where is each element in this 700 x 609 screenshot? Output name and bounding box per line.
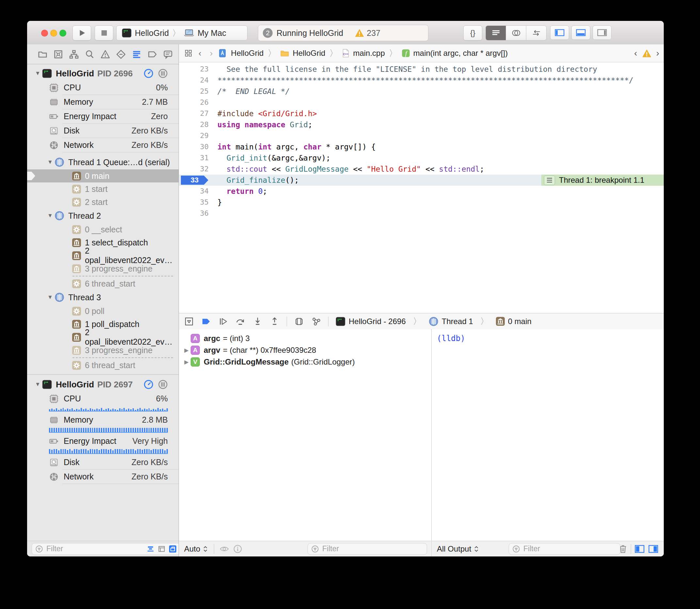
stat-row-energy-impact[interactable]: Energy ImpactZero <box>27 109 178 123</box>
zoom-button[interactable] <box>59 30 66 37</box>
step-over-button[interactable] <box>235 317 245 326</box>
stack-frame-row[interactable]: 2 opal_libevent2022_ev… <box>27 331 178 344</box>
line-number[interactable]: 23 <box>179 64 212 75</box>
disclosure-triangle-icon[interactable]: ▼ <box>47 294 54 300</box>
previous-issue-button[interactable]: ‹ <box>634 48 637 58</box>
line-number[interactable]: 28 <box>179 119 212 130</box>
stat-row-cpu[interactable]: CPU0% <box>27 81 178 94</box>
stack-frame-row[interactable]: 0 main <box>27 169 178 182</box>
navigator-tab-project-icon[interactable] <box>37 49 48 59</box>
disclosure-triangle-icon[interactable]: ▼ <box>35 381 42 388</box>
debug-breadcrumb-thread[interactable]: Thread 1 <box>429 317 473 326</box>
code-line-23[interactable]: 23 See the full license in the file "LIC… <box>179 64 664 75</box>
process-row[interactable]: ▼HelloGridPID 2697 <box>27 377 178 392</box>
disclosure-triangle-icon[interactable]: ▶ <box>182 347 191 354</box>
close-button[interactable] <box>41 30 48 37</box>
navigator-tab-tests-icon[interactable] <box>116 49 126 59</box>
view-mode-selected-icon[interactable] <box>169 545 177 553</box>
line-number[interactable]: 26 <box>179 97 212 108</box>
line-number[interactable]: 29 <box>179 130 212 141</box>
stat-row-memory[interactable]: Memory2.7 MB <box>27 95 178 109</box>
stack-frame-row[interactable]: 6 thread_start <box>27 359 178 372</box>
disclosure-triangle-icon[interactable]: ▼ <box>47 159 54 166</box>
breakpoint-annotation[interactable]: Thread 1: breakpoint 1.1 <box>541 175 664 186</box>
stat-row-energy-impact[interactable]: Energy ImpactVery High <box>27 434 178 448</box>
process-row[interactable]: ▼HelloGridPID 2696 <box>27 66 178 81</box>
columns-icon[interactable] <box>158 380 168 389</box>
inspector-panel-toggle[interactable] <box>593 25 612 40</box>
toggle-variables-view-button[interactable] <box>634 544 645 554</box>
stack-frame-row[interactable]: 2 start <box>27 195 178 209</box>
forward-button[interactable]: › <box>207 48 216 58</box>
columns-icon[interactable] <box>158 69 168 78</box>
navigator-tab-search-icon[interactable] <box>85 49 95 59</box>
thread-row[interactable]: ▼Thread 1 Queue:…d (serial) <box>27 155 178 169</box>
thread-row[interactable]: ▼Thread 3 <box>27 290 178 304</box>
disclosure-triangle-icon[interactable]: ▼ <box>47 212 54 219</box>
navigator-tab-breakpoints-icon[interactable] <box>147 49 157 59</box>
line-number[interactable]: 25 <box>179 86 212 97</box>
navigator-tab-symbols-icon[interactable] <box>69 49 79 59</box>
breakpoints-toggle-button[interactable] <box>201 317 211 326</box>
disclosure-triangle-icon[interactable]: ▶ <box>182 359 191 366</box>
code-line-25[interactable]: 25/* END LEGAL */ <box>179 86 664 97</box>
code-line-31[interactable]: 31 Grid_init(&argc,&argv); <box>179 152 664 163</box>
assistant-editor-button[interactable] <box>506 26 526 40</box>
code-line-27[interactable]: 27#include <Grid/Grid.h> <box>179 108 664 119</box>
standard-editor-button[interactable] <box>486 26 506 40</box>
stop-button[interactable] <box>95 25 113 40</box>
variable-row[interactable]: Aargc= (int) 3 <box>179 333 431 344</box>
code-line-29[interactable]: 29 <box>179 130 664 141</box>
gauge-icon[interactable] <box>144 69 153 78</box>
console-view[interactable]: (lldb) <box>431 329 664 541</box>
variables-filter-input[interactable] <box>322 544 424 554</box>
debug-breadcrumb-frame[interactable]: 0 main <box>496 317 531 326</box>
navigator-tab-issues-icon[interactable] <box>100 49 110 59</box>
stat-row-disk[interactable]: DiskZero KB/s <box>27 455 178 469</box>
gauge-icon[interactable] <box>144 380 153 389</box>
code-line-34[interactable]: 34 return 0; <box>179 186 664 197</box>
code-line-35[interactable]: 35} <box>179 197 664 208</box>
jump-file[interactable]: main.cpp <box>353 49 385 58</box>
line-number[interactable]: 34 <box>179 186 212 197</box>
stat-row-disk[interactable]: DiskZero KB/s <box>27 124 178 138</box>
related-items-icon[interactable] <box>184 49 193 57</box>
stat-row-network[interactable]: NetworkZero KB/s <box>27 470 178 484</box>
back-button[interactable]: ‹ <box>196 48 204 58</box>
thread-row[interactable]: ▼Thread 2 <box>27 209 178 223</box>
variables-filter-field[interactable] <box>308 543 427 555</box>
stack-frame-row[interactable]: 3 progress_engine <box>27 262 178 275</box>
line-number[interactable]: 27 <box>179 108 212 119</box>
code-line-36[interactable]: 36 <box>179 208 664 219</box>
jump-symbol[interactable]: main(int argc, char * argv[]) <box>413 49 508 58</box>
view-hierarchy-button[interactable] <box>294 317 304 326</box>
step-into-button[interactable] <box>253 317 262 326</box>
breakpoint-marker[interactable]: 33 <box>181 176 208 185</box>
sidebar-divider[interactable] <box>178 45 179 556</box>
stat-row-memory[interactable]: Memory2.8 MB <box>27 413 178 427</box>
navigator-panel-toggle[interactable] <box>550 25 569 40</box>
code-snippets-button[interactable]: {} <box>463 25 482 40</box>
memory-graph-button[interactable] <box>311 317 321 326</box>
console-filter-field[interactable] <box>509 543 620 555</box>
variables-scope-select[interactable]: Auto <box>184 544 208 554</box>
minimize-button[interactable] <box>50 30 57 37</box>
navigator-tab-reports-icon[interactable] <box>163 49 173 59</box>
version-editor-button[interactable] <box>526 26 546 40</box>
stack-frame-row[interactable]: 6 thread_start <box>27 277 178 290</box>
code-line-33[interactable]: 33 Grid_finalize();Thread 1: breakpoint … <box>179 175 664 186</box>
issue-warning-icon[interactable] <box>642 49 652 58</box>
line-number[interactable]: 35 <box>179 197 212 208</box>
toggle-console-view-button[interactable] <box>648 544 659 554</box>
quicklook-eye-icon[interactable] <box>219 545 229 553</box>
run-button[interactable] <box>72 25 91 40</box>
code-line-32[interactable]: 32 std::cout << GridLogMessage << "Hello… <box>179 163 664 175</box>
stack-frame-row[interactable]: 0 poll <box>27 304 178 317</box>
stack-frame-row[interactable]: 1 start <box>27 182 178 195</box>
disclosure-triangle-icon[interactable]: ▼ <box>35 70 42 77</box>
code-line-24[interactable]: 24**************************************… <box>179 75 664 86</box>
debug-area-toggle[interactable] <box>571 25 590 40</box>
code-line-26[interactable]: 26 <box>179 97 664 108</box>
console-filter-input[interactable] <box>523 544 617 554</box>
stat-row-cpu[interactable]: CPU6% <box>27 392 178 406</box>
